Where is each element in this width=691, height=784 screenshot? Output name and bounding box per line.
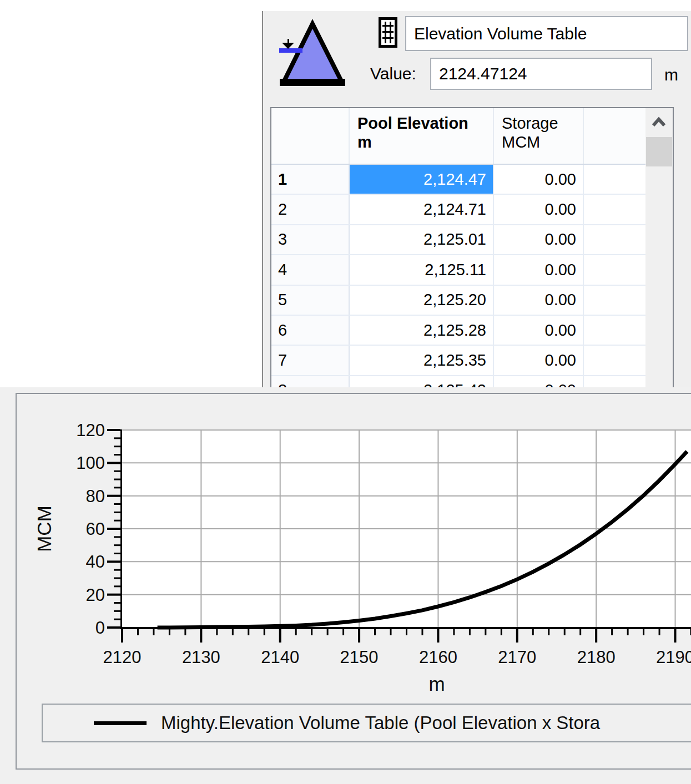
storage-cell[interactable]: 0.00 — [494, 316, 584, 345]
table-row: 12,124.470.00 — [271, 165, 673, 195]
slot-name-field[interactable]: Elevation Volume Table — [405, 16, 688, 51]
pool-elevation-cell[interactable]: 2,125.28 — [350, 316, 494, 345]
value-field[interactable]: 2124.47124 — [430, 58, 652, 90]
storage-cell[interactable]: 0.00 — [494, 376, 584, 387]
row-number[interactable]: 4 — [271, 255, 350, 284]
y-tick-label: 40 — [86, 552, 105, 571]
pool-elevation-cell[interactable]: 2,125.01 — [350, 225, 494, 254]
value-label: Value: — [370, 64, 416, 83]
y-tick-label: 0 — [95, 618, 105, 638]
pool-elevation-cell[interactable]: 2,124.71 — [350, 195, 494, 224]
unit-label: m — [664, 65, 678, 84]
table-row: 42,125.110.00 — [271, 255, 673, 285]
pool-elevation-cell[interactable]: 2,125.11 — [350, 255, 494, 284]
row-number[interactable]: 2 — [271, 195, 350, 224]
x-tick-label: 2160 — [419, 648, 457, 667]
slot-name-text: Elevation Volume Table — [414, 24, 587, 43]
elevation-volume-table: Pool Elevation m Storage MCM 12,124.470.… — [270, 107, 674, 387]
row-number[interactable]: 6 — [271, 316, 350, 345]
table-header: Pool Elevation m Storage MCM — [271, 108, 673, 165]
x-axis-title: m — [428, 673, 445, 695]
storage-cell[interactable]: 0.00 — [494, 165, 584, 194]
y-tick-label: 100 — [76, 453, 105, 473]
x-tick-label: 2120 — [103, 648, 142, 667]
row-number[interactable]: 8 — [271, 376, 350, 387]
value-text: 2124.47124 — [439, 64, 527, 83]
y-tick-label: 20 — [86, 585, 105, 605]
storage-cell[interactable]: 0.00 — [494, 346, 584, 375]
header-storage[interactable]: Storage MCM — [494, 108, 584, 164]
x-tick-label: 2170 — [498, 648, 536, 667]
x-tick-label: 2140 — [261, 648, 299, 667]
storage-cell[interactable]: 0.00 — [494, 286, 584, 315]
pool-elevation-cell[interactable]: 2,125.20 — [350, 286, 494, 315]
x-tick-label: 2180 — [577, 648, 616, 667]
y-axis-title: MCM — [33, 505, 55, 552]
y-tick-label: 80 — [86, 487, 105, 506]
header-pool-elevation[interactable]: Pool Elevation m — [350, 108, 494, 164]
chart-window: 2120213021402150216021702180219002040608… — [0, 387, 691, 784]
table-grid-icon — [379, 17, 397, 48]
slot-editor-pane: Elevation Volume Table Value: 2124.47124… — [263, 11, 691, 387]
storage-cell[interactable]: 0.00 — [494, 195, 584, 224]
pool-elevation-cell[interactable]: 2,124.47 — [350, 165, 494, 194]
reservoir-icon — [275, 18, 347, 88]
table-row: 52,125.200.00 — [271, 286, 673, 316]
table-rows: 12,124.470.0022,124.710.0032,125.010.004… — [271, 165, 673, 387]
legend-label: Mighty.Elevation Volume Table (Pool Elev… — [161, 712, 600, 734]
table-row: 32,125.010.00 — [271, 225, 673, 255]
x-tick-label: 2150 — [340, 648, 379, 667]
table-row: 82,125.420.00 — [271, 376, 673, 387]
storage-cell[interactable]: 0.00 — [494, 255, 584, 284]
y-tick-label: 60 — [86, 519, 105, 539]
x-tick-label: 2190 — [656, 648, 691, 667]
x-tick-label: 2130 — [182, 648, 220, 667]
pool-elevation-cell[interactable]: 2,125.42 — [350, 376, 494, 387]
row-number[interactable]: 3 — [271, 225, 350, 254]
storage-cell[interactable]: 0.00 — [494, 225, 584, 254]
row-number[interactable]: 7 — [271, 346, 350, 375]
header-corner — [271, 108, 350, 164]
scroll-up-icon[interactable] — [651, 116, 667, 129]
table-row: 62,125.280.00 — [271, 316, 673, 346]
table-row: 72,125.350.00 — [271, 346, 673, 376]
scrollbar-thumb[interactable] — [646, 137, 672, 166]
table-scrollbar[interactable] — [645, 108, 673, 387]
row-number[interactable]: 1 — [271, 165, 350, 194]
table-row: 22,124.710.00 — [271, 195, 673, 225]
chart-legend: Mighty.Elevation Volume Table (Pool Elev… — [42, 704, 691, 742]
row-number[interactable]: 5 — [271, 286, 350, 315]
pool-elevation-cell[interactable]: 2,125.35 — [350, 346, 494, 375]
screen: Elevation Volume Table Value: 2124.47124… — [0, 0, 691, 784]
y-tick-label: 120 — [76, 421, 105, 440]
legend-line-swatch — [94, 721, 147, 725]
